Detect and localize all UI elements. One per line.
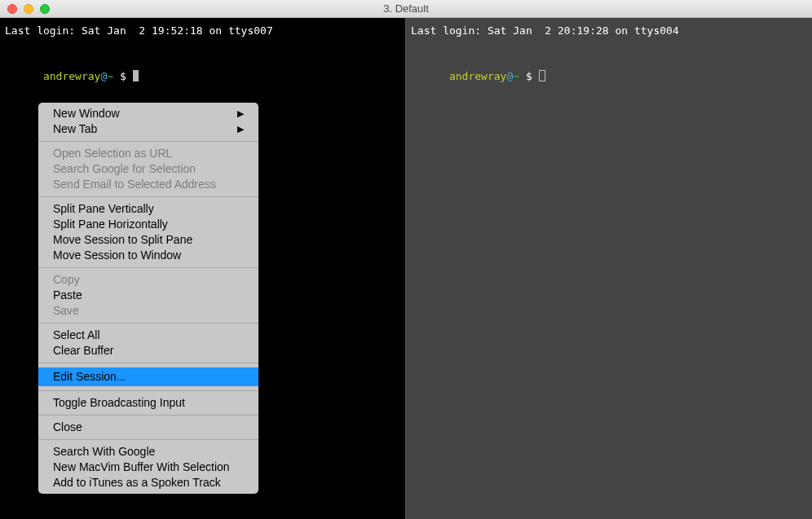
menu-item: Save (38, 303, 258, 319)
menu-item-label: Send Email to Selected Address (53, 178, 216, 191)
menu-separator (38, 196, 258, 197)
menu-item-label: Split Pane Horizontally (53, 218, 168, 231)
menu-item-label: Clear Buffer (53, 344, 113, 358)
menu-item-label: Add to iTunes as a Spoken Track (53, 476, 221, 490)
prompt-user: andrewray (449, 70, 506, 82)
menu-item[interactable]: Search With Google (38, 444, 258, 460)
terminal-pane-right[interactable]: Last login: Sat Jan 2 20:19:28 on ttys00… (406, 18, 812, 519)
menu-item[interactable]: New MacVim Buffer With Selection (38, 460, 258, 475)
zoom-window-button[interactable] (40, 4, 50, 14)
menu-item-label: Move Session to Split Pane (53, 233, 192, 247)
menu-item-label: Close (53, 420, 82, 434)
menu-item-label: Copy (53, 273, 80, 287)
menu-item: Search Google for Selection (38, 161, 258, 177)
menu-item[interactable]: Select All (38, 328, 258, 343)
cursor-outline (539, 70, 545, 81)
menu-separator (38, 267, 258, 268)
menu-item[interactable]: New Window▶ (38, 106, 258, 121)
prompt-line: andrewray@~ $ (5, 52, 400, 101)
menu-item-label: Move Session to Window (53, 249, 181, 262)
terminal-pane-left[interactable]: Last login: Sat Jan 2 19:52:18 on ttys00… (0, 18, 406, 519)
menu-separator (38, 390, 258, 391)
last-login-line: Last login: Sat Jan 2 20:19:28 on ttys00… (411, 23, 807, 39)
menu-separator (38, 141, 258, 142)
menu-item: Open Selection as URL (38, 146, 258, 161)
menu-item[interactable]: New Tab▶ (38, 121, 258, 137)
menu-item[interactable]: Move Session to Window (38, 248, 258, 263)
menu-item-label: Split Pane Vertically (53, 202, 154, 216)
menu-item-label: New Tab (53, 122, 97, 136)
menu-item[interactable]: Add to iTunes as a Spoken Track (38, 475, 258, 490)
menu-separator (38, 363, 258, 363)
minimize-window-button[interactable] (24, 4, 33, 14)
menu-item-label: New Window (53, 107, 120, 121)
menu-item: Copy (38, 272, 258, 288)
last-login-line: Last login: Sat Jan 2 19:52:18 on ttys00… (5, 23, 400, 39)
menu-item-label: Save (53, 304, 79, 318)
menu-item-label: Search Google for Selection (53, 162, 196, 176)
menu-item-label: Search With Google (53, 445, 155, 459)
prompt-tilde: ~ (107, 70, 113, 82)
menu-item[interactable]: Edit Session... (38, 367, 258, 386)
menu-item[interactable]: Move Session to Split Pane (38, 232, 258, 248)
window-title: 3. Default (0, 2, 812, 15)
prompt-dollar: $ (113, 70, 132, 82)
menu-item[interactable]: Clear Buffer (38, 343, 258, 358)
traffic-lights (0, 4, 50, 14)
menu-separator (38, 415, 258, 416)
menu-item[interactable]: Toggle Broadcasting Input (38, 395, 258, 411)
prompt-user: andrewray (43, 70, 100, 82)
prompt-tilde: ~ (513, 70, 519, 82)
menu-item-label: Edit Session... (53, 370, 126, 384)
menu-item[interactable]: Paste (38, 288, 258, 303)
context-menu[interactable]: New Window▶New Tab▶Open Selection as URL… (38, 103, 258, 494)
close-window-button[interactable] (7, 4, 17, 14)
split-panes: Last login: Sat Jan 2 19:52:18 on ttys00… (0, 18, 812, 519)
submenu-arrow-icon: ▶ (237, 122, 244, 136)
submenu-arrow-icon: ▶ (237, 107, 244, 121)
menu-item: Send Email to Selected Address (38, 177, 258, 192)
titlebar: 3. Default (0, 0, 812, 18)
menu-item-label: Toggle Broadcasting Input (53, 396, 185, 410)
menu-separator (38, 323, 258, 323)
menu-item[interactable]: Split Pane Vertically (38, 201, 258, 217)
menu-item[interactable]: Close (38, 420, 258, 435)
menu-item[interactable]: Split Pane Horizontally (38, 217, 258, 232)
menu-item-label: New MacVim Buffer With Selection (53, 460, 230, 474)
menu-item-label: Open Selection as URL (53, 147, 172, 161)
menu-item-label: Select All (53, 328, 100, 342)
menu-item-label: Paste (53, 288, 82, 302)
menu-separator (38, 439, 258, 440)
prompt-dollar: $ (519, 70, 538, 82)
cursor-block (133, 70, 139, 81)
prompt-line: andrewray@~ $ (411, 52, 807, 101)
